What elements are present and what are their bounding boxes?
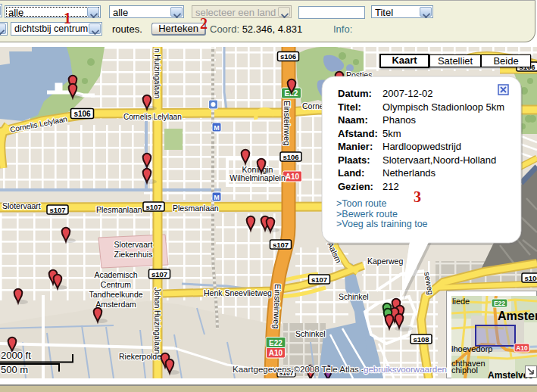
svg-text:Slotervaart: Slotervaart: [2, 201, 41, 210]
svg-text:Titel:: Titel:: [338, 101, 361, 113]
svg-text:Manier:: Manier:: [338, 141, 373, 152]
svg-text:Amsterdam: Amsterdam: [95, 300, 136, 309]
svg-text:liede: liede: [452, 297, 470, 306]
svg-text:>Voeg als training toe: >Voeg als training toe: [336, 219, 428, 229]
svg-text:Henk Sneevlietweg: Henk Sneevlietweg: [204, 288, 272, 297]
svg-text:s107: s107: [145, 203, 161, 211]
svg-text:s106: s106: [73, 110, 91, 118]
svg-text:>Toon route: >Toon route: [336, 198, 386, 209]
svg-text:Naam:: Naam:: [338, 114, 368, 126]
svg-text:A10: A10: [269, 349, 283, 357]
svg-text:A10: A10: [286, 173, 300, 181]
svg-text:Kaperweg: Kaperweg: [367, 257, 403, 266]
svg-text:2000 ft: 2000 ft: [1, 350, 31, 361]
svg-text:E22: E22: [269, 339, 283, 347]
svg-text:Olympisch Stadionloop 5km: Olympisch Stadionloop 5km: [382, 101, 504, 113]
svg-text:M: M: [214, 194, 220, 201]
svg-text:s107: s107: [273, 241, 289, 249]
svg-text:Schinkel: Schinkel: [295, 329, 326, 338]
svg-text:Datum:: Datum:: [338, 88, 372, 99]
svg-text:Plesmanlaan: Plesmanlaan: [173, 204, 219, 213]
svg-text:Amsterd: Amsterd: [498, 310, 537, 322]
svg-text:s106: s106: [524, 274, 537, 282]
svg-text:Schinkel: Schinkel: [339, 292, 369, 301]
svg-text:Kaartgegevens ©2008 Tele Atlas: Kaartgegevens ©2008 Tele Atlas -: [233, 365, 364, 374]
svg-text:Phanos: Phanos: [382, 114, 417, 126]
svg-text:Gezien:: Gezien:: [338, 181, 373, 192]
svg-text:s107: s107: [311, 275, 327, 284]
svg-text:Johan Huizingalaan: Johan Huizingalaan: [153, 288, 161, 354]
svg-text:Einsteinweg: Einsteinweg: [272, 284, 283, 329]
svg-text:Netherlands: Netherlands: [382, 167, 436, 179]
svg-text:s106: s106: [283, 153, 298, 161]
svg-text:>Bewerk route: >Bewerk route: [336, 209, 398, 219]
svg-text:Tandheelkunde: Tandheelkunde: [89, 290, 142, 299]
svg-text:Slotervaart,Noord-Holland: Slotervaart,Noord-Holland: [382, 154, 496, 166]
svg-text:Academisch: Academisch: [94, 270, 137, 279]
svg-text:212: 212: [382, 181, 399, 192]
svg-text:Corne: Corne: [302, 101, 324, 110]
svg-text:s106: s106: [280, 52, 296, 61]
svg-text:Slotervaart: Slotervaart: [114, 240, 153, 249]
svg-text:Ziekenhuis: Ziekenhuis: [114, 250, 153, 259]
svg-text:A10: A10: [516, 344, 528, 352]
svg-text:2007-12-02: 2007-12-02: [382, 88, 433, 99]
svg-text:E22: E22: [494, 300, 505, 307]
svg-text:M: M: [214, 124, 220, 132]
svg-text:Hardloopwedstrijd: Hardloopwedstrijd: [382, 141, 461, 152]
svg-text:gebruiksvoorwaarden: gebruiksvoorwaarden: [364, 365, 447, 374]
svg-text:Einsteinweg: Einsteinweg: [283, 101, 292, 145]
svg-text:Plaats:: Plaats:: [338, 154, 370, 166]
svg-text:n Huizingalaan: n Huizingalaan: [153, 48, 161, 98]
svg-text:s107: s107: [151, 270, 167, 278]
svg-text:chiphol: chiphol: [451, 366, 478, 375]
svg-text:500 m: 500 m: [1, 364, 28, 375]
svg-text:Land:: Land:: [338, 167, 364, 179]
svg-text:5km: 5km: [382, 128, 401, 139]
svg-text:Wilhelminaplein: Wilhelminaplein: [229, 173, 286, 182]
svg-text:Plesmanlaan: Plesmanlaan: [96, 205, 142, 214]
svg-text:s108: s108: [413, 335, 429, 344]
svg-text:s107: s107: [49, 206, 65, 214]
svg-text:Centrum: Centrum: [101, 280, 132, 289]
svg-text:lhoevedorp: lhoevedorp: [451, 344, 492, 353]
svg-text:Afstand:: Afstand:: [338, 128, 378, 139]
svg-text:Cornelis Lelylaan: Cornelis Lelylaan: [123, 113, 182, 121]
